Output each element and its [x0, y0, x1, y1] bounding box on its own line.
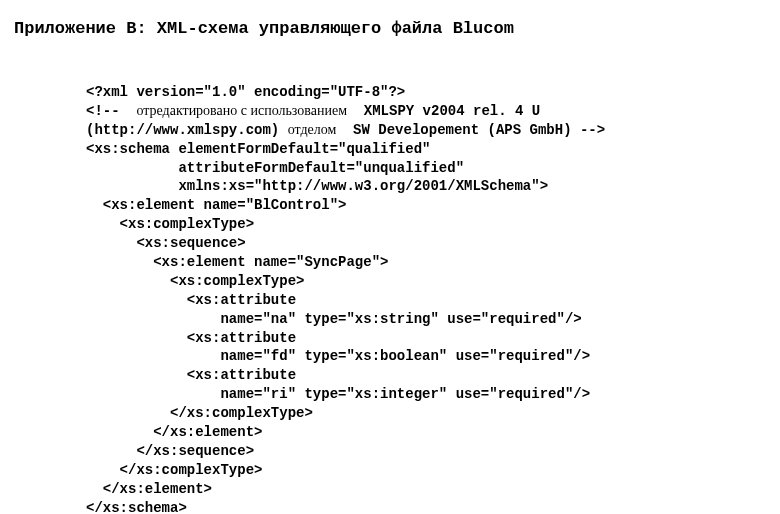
appendix-title: Приложение B: XML-схема управляющего фай… — [14, 18, 766, 41]
code-line: <xs:schema elementFormDefault="qualified… — [86, 141, 430, 157]
document-page: Приложение B: XML-схема управляющего фай… — [0, 0, 780, 514]
code-line: <!-- — [86, 103, 136, 119]
code-line: <xs:complexType> — [86, 273, 304, 289]
xml-schema-code: <?xml version="1.0" encoding="UTF-8"?> <… — [86, 83, 766, 514]
code-line: </xs:complexType> — [86, 405, 313, 421]
code-line: xmlns:xs="http://www.w3.org/2001/XMLSche… — [86, 178, 548, 194]
code-line: name="ri" type="xs:integer" use="require… — [86, 386, 590, 402]
code-line: XMLSPY v2004 rel. 4 U — [347, 103, 540, 119]
code-line: name="na" type="xs:string" use="required… — [86, 311, 582, 327]
code-line: </xs:sequence> — [86, 443, 254, 459]
code-line: <xs:attribute — [86, 367, 296, 383]
code-line: <xs:complexType> — [86, 216, 254, 232]
code-line: attributeFormDefault="unqualified" — [86, 160, 464, 176]
code-comment-text: отредактировано с использованием — [136, 103, 347, 118]
code-comment-text: отделом — [288, 122, 337, 137]
code-line: <?xml version="1.0" encoding="UTF-8"?> — [86, 84, 405, 100]
code-line: <xs:element name="BlControl"> — [86, 197, 346, 213]
code-line: </xs:element> — [86, 481, 212, 497]
code-line: <xs:element name="SyncPage"> — [86, 254, 388, 270]
code-line: <xs:attribute — [86, 330, 296, 346]
code-line: <xs:sequence> — [86, 235, 246, 251]
code-line: (http://www.xmlspy.com) — [86, 122, 288, 138]
code-line: SW Developement (APS GmbH) --> — [336, 122, 605, 138]
code-line: </xs:element> — [86, 424, 262, 440]
code-line: name="fd" type="xs:boolean" use="require… — [86, 348, 590, 364]
code-line: </xs:complexType> — [86, 462, 262, 478]
code-line: <xs:attribute — [86, 292, 296, 308]
code-line: </xs:schema> — [86, 500, 187, 514]
